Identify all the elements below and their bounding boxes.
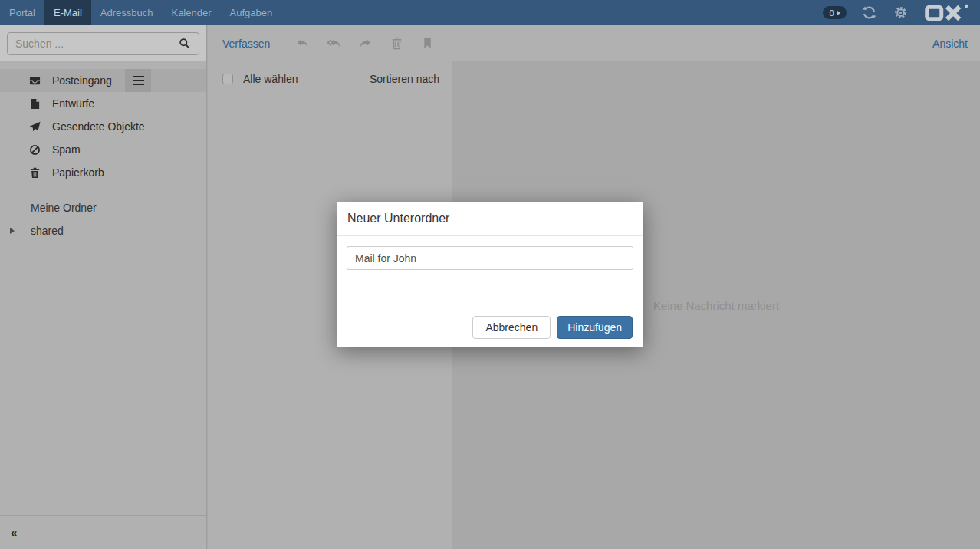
folder-sidebar: Posteingang Entwürfe Gesendete Objekte [0,25,207,549]
section-label: Meine Ordner [31,202,97,214]
reply-all-icon[interactable] [327,37,340,50]
inbox-icon [29,75,41,87]
refresh-icon[interactable] [862,5,876,20]
search-icon[interactable] [169,33,199,54]
folder-list: Posteingang Entwürfe Gesendete Objekte [0,61,206,242]
toolbar-icons [296,37,433,50]
dialog-title: Neuer Unterordner [347,212,449,225]
reply-icon[interactable] [296,37,309,50]
search-strip [0,25,206,61]
confirm-add-button[interactable]: Hinzufügen [557,316,633,339]
dialog-header: Neuer Unterordner [337,202,643,236]
search-box [7,32,199,55]
dialog-body [337,236,643,307]
folder-label: Posteingang [52,74,112,87]
folder-gesendete-objekte[interactable]: Gesendete Objekte [0,115,206,138]
folder-posteingang[interactable]: Posteingang [0,69,206,92]
forward-icon[interactable] [359,37,372,50]
empty-selection-message: Keine Nachricht markiert [653,299,779,312]
draft-icon [29,98,41,110]
tab-kalender[interactable]: Kalender [162,0,220,25]
folder-label: Spam [52,143,81,156]
blocked-icon [29,144,41,156]
delete-icon[interactable] [390,37,403,50]
new-subfolder-dialog: Neuer Unterordner Abbrechen Hinzufügen [337,202,643,347]
folder-label: Gesendete Objekte [52,120,145,133]
topbar: Portal E-Mail Adressbuch Kalender Aufgab… [0,0,980,25]
collapse-sidebar-icon[interactable]: « [11,526,17,539]
bookmark-icon[interactable] [422,38,433,49]
tab-adressbuch[interactable]: Adressbuch [91,0,163,25]
dialog-footer: Abbrechen Hinzufügen [337,307,643,347]
tab-portal[interactable]: Portal [0,0,44,25]
cancel-button[interactable]: Abbrechen [472,316,551,339]
topbar-right-cluster: 0 [823,0,980,25]
app-tabs: Portal E-Mail Adressbuch Kalender Aufgab… [0,0,281,25]
view-dropdown[interactable]: Ansicht [932,38,968,50]
folder-name-input[interactable] [347,246,633,270]
ox-logo [925,4,969,22]
settings-gear-icon[interactable] [893,5,908,20]
folder-entwuerfe[interactable]: Entwürfe [0,92,206,115]
compose-button[interactable]: Verfassen [222,38,270,50]
search-input[interactable] [8,33,169,54]
folder-shared[interactable]: shared [0,219,206,242]
sort-dropdown[interactable]: Sortieren nach [370,73,439,85]
section-label: shared [31,225,64,237]
mail-list-header: Alle wählen Sortieren nach [208,61,452,97]
trash-icon [29,167,41,179]
sidebar-bottom-bar: « [0,515,206,549]
folder-spam[interactable]: Spam [0,138,206,161]
section-meine-ordner[interactable]: Meine Ordner [0,196,206,219]
folder-context-menu-icon[interactable] [125,69,151,92]
folder-label: Papierkorb [52,166,104,179]
tab-aufgaben[interactable]: Aufgaben [221,0,282,25]
sent-icon [29,121,41,133]
select-all-label: Alle wählen [243,73,298,85]
folder-papierkorb[interactable]: Papierkorb [0,161,206,184]
select-all-checkbox[interactable] [222,74,233,84]
notification-count: 0 [829,8,834,18]
notification-badge[interactable]: 0 [823,6,847,19]
caret-right-icon [837,11,840,15]
expand-triangle-icon[interactable] [10,228,15,234]
mail-toolbar: Verfassen Ansicht [208,25,980,61]
tab-email[interactable]: E-Mail [44,0,91,25]
folder-label: Entwürfe [52,97,94,110]
